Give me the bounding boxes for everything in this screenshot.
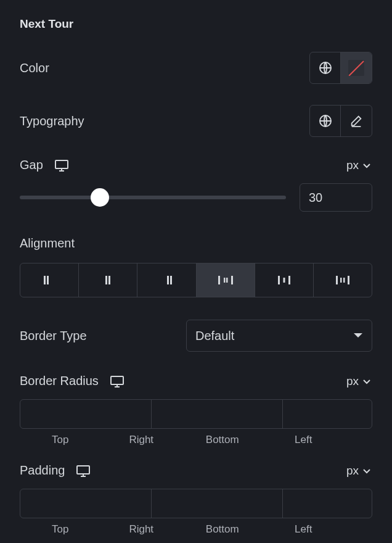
gap-slider[interactable] xyxy=(20,196,286,199)
typography-row: Typography xyxy=(20,105,372,137)
svg-rect-21 xyxy=(77,466,89,474)
gap-slider-row xyxy=(20,183,372,212)
gap-label-group: Gap xyxy=(20,158,69,172)
svg-rect-14 xyxy=(283,278,285,283)
gap-value-input[interactable] xyxy=(300,183,372,212)
gap-unit-label: px xyxy=(346,159,359,172)
br-bottom-label: Bottom xyxy=(182,434,263,446)
br-right-label: Right xyxy=(101,434,182,446)
align-space-between-icon xyxy=(217,273,234,287)
svg-rect-15 xyxy=(288,276,290,284)
svg-rect-8 xyxy=(170,276,172,284)
color-swatch-button[interactable] xyxy=(341,52,372,83)
desktop-icon[interactable] xyxy=(110,375,125,388)
border-radius-label-group: Border Radius xyxy=(20,374,125,388)
border-radius-bottom[interactable] xyxy=(283,400,372,428)
align-end-icon xyxy=(160,273,173,287)
padding-label-group: Padding xyxy=(20,463,91,478)
caret-down-icon xyxy=(353,333,363,339)
border-type-row: Border Type Default xyxy=(20,320,372,352)
align-space-between[interactable] xyxy=(197,263,255,297)
align-start-icon xyxy=(43,273,56,287)
svg-rect-11 xyxy=(226,278,228,283)
border-radius-unit-select[interactable]: px xyxy=(346,375,372,388)
pad-bottom-label: Bottom xyxy=(182,523,263,536)
svg-rect-6 xyxy=(108,276,110,284)
padding-bottom[interactable] xyxy=(283,489,372,518)
padding-unit-select[interactable]: px xyxy=(346,464,372,478)
color-label: Color xyxy=(20,61,49,75)
br-top-label: Top xyxy=(20,434,101,446)
desktop-icon[interactable] xyxy=(76,465,91,477)
section-title: Next Tour xyxy=(20,17,372,31)
desktop-icon[interactable] xyxy=(54,159,69,172)
pad-right-label: Right xyxy=(101,523,182,536)
globe-icon xyxy=(318,114,333,128)
border-radius-right[interactable] xyxy=(152,400,283,428)
pad-left-label: Left xyxy=(263,523,345,536)
svg-rect-13 xyxy=(278,276,280,284)
border-radius-inputs xyxy=(20,399,372,429)
gap-label: Gap xyxy=(20,158,43,172)
svg-rect-20 xyxy=(111,376,123,384)
svg-rect-16 xyxy=(336,276,338,284)
border-radius-side-labels: Top Right Bottom Left xyxy=(20,434,372,446)
typography-global-button[interactable] xyxy=(310,106,341,136)
pad-top-label: Top xyxy=(20,523,101,536)
svg-rect-7 xyxy=(167,276,169,284)
alignment-label: Alignment xyxy=(20,236,372,251)
gap-slider-thumb[interactable] xyxy=(91,188,109,207)
border-type-label: Border Type xyxy=(20,329,87,343)
align-end[interactable] xyxy=(137,263,196,297)
align-space-evenly[interactable] xyxy=(314,263,372,297)
svg-rect-2 xyxy=(55,160,68,168)
padding-right[interactable] xyxy=(152,489,283,518)
align-space-around-icon xyxy=(276,273,293,287)
pencil-icon xyxy=(349,114,363,128)
chevron-down-icon xyxy=(362,162,371,168)
color-row: Color xyxy=(20,52,372,84)
align-center-icon xyxy=(101,273,115,287)
padding-row: Padding px xyxy=(20,463,372,478)
border-radius-label: Border Radius xyxy=(20,374,99,388)
typography-controls xyxy=(309,105,372,137)
globe-icon xyxy=(318,60,333,75)
padding-inputs xyxy=(20,489,372,518)
align-start[interactable] xyxy=(20,263,79,297)
svg-rect-10 xyxy=(224,278,226,283)
align-space-around[interactable] xyxy=(255,263,314,297)
gap-row: Gap px xyxy=(20,158,372,172)
svg-rect-5 xyxy=(105,276,107,284)
align-space-evenly-icon xyxy=(334,273,351,287)
svg-rect-17 xyxy=(340,278,342,283)
svg-rect-12 xyxy=(231,276,233,284)
br-left-label: Left xyxy=(263,434,345,446)
chevron-down-icon xyxy=(362,378,371,384)
border-radius-row: Border Radius px xyxy=(20,374,372,388)
svg-rect-9 xyxy=(218,276,220,284)
color-global-button[interactable] xyxy=(310,52,341,83)
border-radius-unit-label: px xyxy=(346,375,359,388)
svg-rect-4 xyxy=(47,276,49,284)
align-center[interactable] xyxy=(79,263,137,297)
typography-label: Typography xyxy=(20,114,84,128)
svg-rect-19 xyxy=(348,276,349,284)
svg-rect-18 xyxy=(343,278,345,283)
border-type-value: Default xyxy=(195,329,234,343)
padding-unit-label: px xyxy=(346,464,359,478)
typography-edit-button[interactable] xyxy=(341,106,372,136)
chevron-down-icon xyxy=(362,468,371,474)
color-controls xyxy=(309,52,372,84)
no-color-icon xyxy=(348,60,364,76)
padding-side-labels: Top Right Bottom Left xyxy=(20,523,372,536)
border-type-select[interactable]: Default xyxy=(186,320,372,352)
gap-unit-select[interactable]: px xyxy=(346,159,372,172)
svg-rect-3 xyxy=(44,276,46,284)
padding-label: Padding xyxy=(20,463,65,478)
alignment-group xyxy=(20,263,372,297)
padding-top[interactable] xyxy=(20,489,152,518)
border-radius-top[interactable] xyxy=(20,400,152,428)
